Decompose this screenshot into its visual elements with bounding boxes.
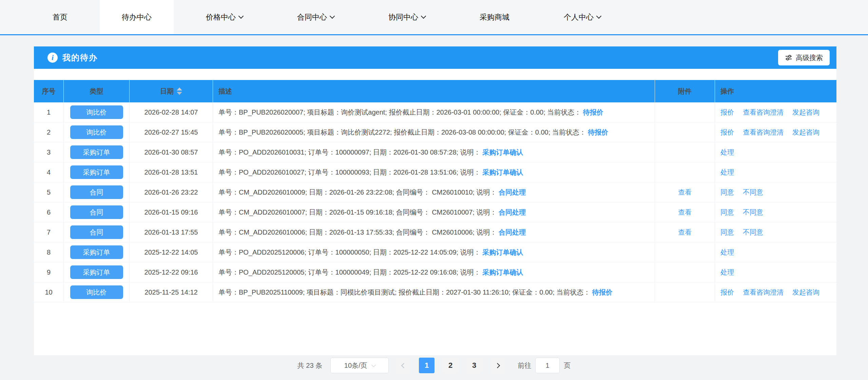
cell-actions: 同意 不同意: [715, 202, 836, 222]
action-link[interactable]: 处理: [720, 268, 734, 277]
action-link[interactable]: 同意: [720, 228, 734, 237]
nav-item-contract-center[interactable]: 合同中心: [275, 0, 356, 34]
action-link[interactable]: 处理: [720, 248, 734, 257]
status-link[interactable]: 采购订单确认: [482, 268, 523, 277]
cell-actions: 报价 查看咨询澄清 发起咨询: [715, 122, 836, 142]
cell-type: 采购订单: [64, 262, 130, 282]
cell-description: 单号：PO_ADD2026010027; 订单号：100000093; 日期：2…: [213, 162, 655, 182]
action-link[interactable]: 查看咨询澄清: [743, 288, 784, 297]
attachment-view-link[interactable]: 查看: [678, 188, 692, 197]
cell-date: 2026-02-27 15:45: [130, 122, 213, 142]
description-text: 单号：CM_ADD2026010007; 日期：2026-01-15 09:16…: [218, 208, 497, 217]
nav-item-label: 价格中心: [206, 12, 236, 22]
cell-description: 单号：PO_ADD2026010031; 订单号：100000097; 日期：2…: [213, 142, 655, 162]
cell-index: 7: [34, 222, 64, 242]
type-badge: 合同: [70, 225, 123, 239]
action-link[interactable]: 报价: [720, 128, 734, 137]
status-link[interactable]: 采购订单确认: [482, 148, 523, 157]
cell-date: 2026-01-15 09:16: [130, 202, 213, 222]
sort-ascending-icon[interactable]: [177, 87, 182, 91]
nav-item-todo-center[interactable]: 待办中心: [100, 0, 174, 34]
cell-date: 2025-12-22 09:16: [130, 262, 213, 282]
cell-index: 9: [34, 262, 64, 282]
table-row: 3 采购订单 2026-01-30 08:57 单号：PO_ADD2026010…: [34, 142, 836, 162]
attachment-view-link[interactable]: 查看: [678, 228, 692, 237]
next-page-button[interactable]: [490, 358, 506, 373]
attachment-view-link[interactable]: 查看: [678, 208, 692, 217]
chevron-down-icon: [371, 363, 376, 367]
action-link[interactable]: 报价: [720, 108, 734, 117]
action-link[interactable]: 发起咨询: [792, 288, 819, 297]
action-link[interactable]: 不同意: [743, 208, 763, 217]
cell-description: 单号：BP_PUB2025110009; 项目标题：同模比价项目测试; 报价截止…: [213, 282, 655, 302]
type-badge: 询比价: [70, 285, 123, 299]
type-badge: 询比价: [70, 105, 123, 119]
status-link[interactable]: 合同处理: [499, 228, 526, 237]
action-link[interactable]: 同意: [720, 188, 734, 197]
cell-attachment: [655, 162, 715, 182]
cell-attachment: [655, 102, 715, 122]
status-link[interactable]: 合同处理: [499, 188, 526, 197]
type-badge: 采购订单: [70, 165, 123, 179]
cell-description: 单号：BP_PUB2026020007; 项目标题：询价测试agent; 报价截…: [213, 102, 655, 122]
goto-suffix: 页: [564, 361, 571, 370]
nav-item-label: 个人中心: [564, 12, 594, 22]
cell-description: 单号：CM_ADD2026010009; 日期：2026-01-26 23:22…: [213, 182, 655, 202]
description-text: 单号：PO_ADD2026010031; 订单号：100000097; 日期：2…: [218, 148, 481, 157]
description-text: 单号：BP_PUB2026020007; 项目标题：询价测试agent; 报价截…: [218, 108, 581, 117]
status-link[interactable]: 待报价: [588, 128, 608, 137]
cell-type: 采购订单: [64, 142, 130, 162]
cell-description: 单号：PO_ADD2025120005; 订单号：100000049; 日期：2…: [213, 262, 655, 282]
col-header-index: 序号: [34, 80, 64, 102]
page-button-2[interactable]: 2: [443, 358, 458, 373]
action-link[interactable]: 处理: [720, 148, 734, 157]
todo-panel: i 我的待办 高级搜索 序号 类型 日期 描述: [34, 46, 836, 355]
cell-index: 6: [34, 202, 64, 222]
description-text: 单号：BP_PUB2026020005; 项目标题：询比价测试2272; 报价截…: [218, 128, 586, 137]
table-row: 5 合同 2026-01-26 23:22 单号：CM_ADD202601000…: [34, 182, 836, 202]
cell-actions: 同意 不同意: [715, 222, 836, 242]
action-link[interactable]: 发起咨询: [792, 128, 819, 137]
sort-descending-icon[interactable]: [177, 92, 182, 95]
action-link[interactable]: 查看咨询澄清: [743, 108, 784, 117]
description-text: 单号：CM_ADD2026010006; 日期：2026-01-13 17:55…: [218, 228, 497, 237]
cell-actions: 处理: [715, 162, 836, 182]
status-link[interactable]: 待报价: [592, 288, 613, 297]
goto-page-input[interactable]: [535, 358, 560, 373]
status-link[interactable]: 采购订单确认: [482, 168, 523, 177]
action-link[interactable]: 查看咨询澄清: [743, 128, 784, 137]
cell-index: 10: [34, 282, 64, 302]
nav-item-label: 采购商城: [480, 12, 509, 22]
cell-date: 2026-02-28 14:07: [130, 102, 213, 122]
nav-item-label: 首页: [53, 12, 67, 22]
cell-type: 询比价: [64, 102, 130, 122]
sliders-filter-icon: [785, 54, 792, 61]
action-link[interactable]: 不同意: [743, 228, 763, 237]
status-link[interactable]: 采购订单确认: [482, 248, 523, 257]
page-button-3[interactable]: 3: [466, 358, 482, 373]
col-header-date[interactable]: 日期: [130, 80, 213, 102]
action-link[interactable]: 同意: [720, 208, 734, 217]
prev-page-button[interactable]: [395, 358, 411, 373]
page-size-select[interactable]: 10条/页: [330, 358, 389, 373]
nav-item-price-center[interactable]: 价格中心: [184, 0, 265, 34]
nav-item-collab-center[interactable]: 协同中心: [366, 0, 447, 34]
chevron-down-icon: [596, 14, 602, 19]
advanced-search-button[interactable]: 高级搜索: [778, 50, 830, 65]
status-link[interactable]: 待报价: [583, 108, 603, 117]
status-link[interactable]: 合同处理: [499, 208, 526, 217]
action-link[interactable]: 报价: [720, 288, 734, 297]
nav-item-personal-center[interactable]: 个人中心: [542, 0, 623, 34]
cell-attachment: [655, 282, 715, 302]
action-link[interactable]: 不同意: [743, 188, 763, 197]
sort-carets-icon[interactable]: [177, 87, 182, 95]
cell-actions: 报价 查看咨询澄清 发起咨询: [715, 102, 836, 122]
nav-item-home[interactable]: 首页: [31, 0, 90, 34]
page-button-1[interactable]: 1: [419, 358, 435, 373]
page-size-value: 10条/页: [344, 361, 367, 370]
table-row: 10 询比价 2025-11-25 14:12 单号：BP_PUB2025110…: [34, 282, 836, 302]
cell-type: 合同: [64, 222, 130, 242]
action-link[interactable]: 发起咨询: [792, 108, 819, 117]
nav-item-procurement-mall[interactable]: 采购商城: [458, 0, 532, 34]
action-link[interactable]: 处理: [720, 168, 734, 177]
